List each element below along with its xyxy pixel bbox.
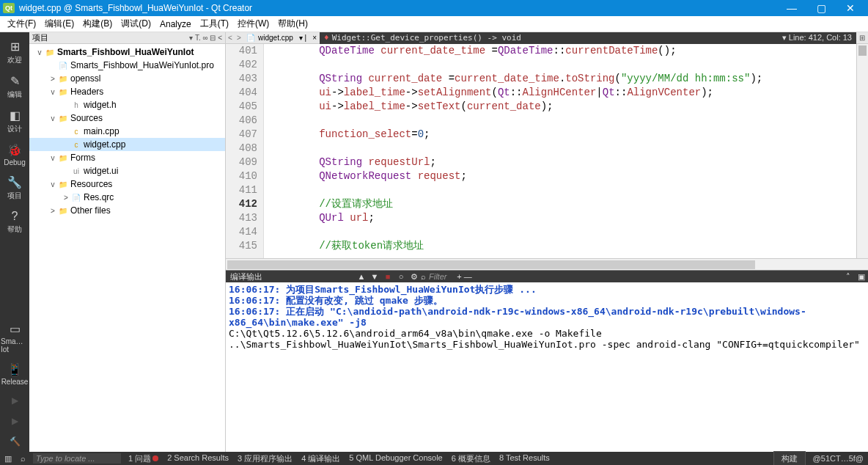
output-collapse-icon[interactable]: ˄ (842, 272, 855, 282)
open-file-tab[interactable]: 📄 widget.cpp (243, 34, 296, 42)
mode-button[interactable]: ?帮助 (1, 205, 29, 239)
tree-node[interactable]: v📁Headers (29, 85, 225, 98)
editor-vscrollbar[interactable] (856, 44, 868, 258)
output-settings-icon[interactable]: ⚙ (408, 272, 421, 282)
status-tab[interactable]: 5 QML Debugger Console (345, 453, 446, 464)
code-line[interactable]: QUrl url; (270, 211, 856, 225)
symbol-breadcrumb[interactable]: ♦ Widget::Get_device_properties() -> voi… (320, 32, 778, 44)
output-clear-icon[interactable]: ○ (394, 272, 408, 281)
tree-node[interactable]: cmain.cpp (29, 125, 225, 138)
tree-node[interactable]: uiwidget.ui (29, 164, 225, 177)
status-tab[interactable]: 6 概要信息 (447, 453, 495, 464)
maximize-button[interactable]: ▢ (806, 0, 836, 16)
code-line[interactable] (270, 114, 856, 128)
run-button[interactable]: ▶ (1, 390, 29, 411)
kit-selector[interactable]: ▭Sma…Iot (1, 318, 29, 358)
menu-item[interactable]: 文件(F) (3, 16, 40, 32)
mode-button[interactable]: ✎编辑 (1, 70, 29, 104)
mode-button[interactable]: 🐞Debug (1, 139, 29, 171)
code-text[interactable]: QDateTime current_date_time =QDateTime::… (264, 44, 856, 258)
code-line[interactable]: QNetworkRequest request; (270, 169, 856, 183)
mode-button[interactable]: 🔧项目 (1, 171, 29, 205)
debug-run-button[interactable]: ▶ (1, 411, 29, 431)
mode-button[interactable]: ⊞欢迎 (1, 35, 29, 70)
tree-expander-icon[interactable]: > (48, 75, 57, 83)
code-line[interactable]: ui->label_time->setAlignment(Qt::AlignHC… (270, 86, 856, 100)
code-line[interactable] (270, 225, 856, 239)
output-pane: 编译输出 ▲ ▼ ■ ○ ⚙ ⌕ Filter + — ˄ ▣ 16: (226, 270, 868, 452)
code-line[interactable]: QString current_date =current_date_time.… (270, 72, 856, 86)
editor-hscrollbar[interactable] (226, 258, 868, 270)
menu-item[interactable]: 工具(T) (196, 16, 233, 32)
output-stop-icon[interactable]: ■ (381, 272, 394, 281)
output-down-icon[interactable]: ▼ (368, 272, 381, 281)
status-toggle-icon[interactable]: ▥ (0, 454, 16, 464)
tree-node[interactable]: hwidget.h (29, 98, 225, 111)
project-tree[interactable]: v📁Smarts_Fishbowl_HuaWeiYunIot📄Smarts_Fi… (29, 44, 225, 452)
tree-node[interactable]: v📁Smarts_Fishbowl_HuaWeiYunIot (29, 45, 225, 59)
tab-close-icon[interactable]: × (309, 34, 320, 42)
tree-item-icon: 📁 (57, 180, 69, 188)
tree-item-label: Other files (70, 205, 111, 216)
status-tab[interactable]: 3 应用程序输出 (233, 453, 297, 464)
menu-item[interactable]: 调试(D) (117, 16, 155, 32)
close-button[interactable]: ✕ (836, 0, 865, 16)
menu-item[interactable]: Analyze (155, 18, 196, 31)
menu-item[interactable]: 构建(B) (78, 16, 117, 32)
tree-expander-icon[interactable]: > (48, 207, 57, 215)
project-panel-actions[interactable]: ▾ T. ∞ ⊟ < (189, 34, 222, 42)
output-zoom-buttons[interactable]: + — (449, 272, 479, 281)
tree-node[interactable]: v📁Resources (29, 177, 225, 191)
code-line[interactable]: QDateTime current_date_time =QDateTime::… (270, 44, 856, 58)
tree-node[interactable]: v📁Sources (29, 111, 225, 125)
output-filter[interactable]: ⌕ Filter (421, 272, 449, 281)
status-tab[interactable]: 1 问题 (124, 453, 163, 464)
code-line[interactable]: QString requestUrl; (270, 155, 856, 169)
code-line[interactable]: //设置请求地址 (270, 197, 856, 211)
tree-node[interactable]: >📄Res.qrc (29, 191, 225, 204)
tree-expander-icon[interactable]: v (48, 114, 57, 122)
tree-node[interactable]: 📄Smarts_Fishbowl_HuaWeiYunIot.pro (29, 59, 225, 72)
tree-expander-icon[interactable]: > (62, 194, 70, 202)
code-line[interactable] (270, 183, 856, 197)
vscroll-thumb[interactable] (858, 45, 867, 56)
line-col-indicator[interactable]: ▾ Line: 412, Col: 13 (778, 32, 856, 44)
code-line[interactable]: //获取token请求地址 (270, 239, 856, 253)
tree-node[interactable]: cwidget.cpp (29, 138, 225, 151)
editor-extra-icon[interactable]: ⊞ (856, 34, 868, 42)
menu-item[interactable]: 帮助(H) (273, 16, 312, 32)
output-up-icon[interactable]: ▲ (355, 272, 368, 281)
line-number: 404 (226, 86, 257, 100)
code-line[interactable] (270, 58, 856, 72)
menu-item[interactable]: 编辑(E) (40, 16, 78, 32)
tree-node[interactable]: v📁Forms (29, 151, 225, 164)
main-content: ⊞欢迎✎编辑◧设计🐞Debug🔧项目?帮助▭Sma…Iot📱Release▶▶🔨… (0, 32, 868, 452)
tree-expander-icon[interactable]: v (35, 48, 44, 56)
output-line: 16:06:17: 正在启动 "C:\andioid-path\android-… (229, 306, 865, 328)
code-line[interactable] (270, 142, 856, 155)
tree-node[interactable]: >📁openssl (29, 72, 225, 85)
hscroll-thumb[interactable] (227, 260, 755, 269)
nav-back-button[interactable]: < (226, 34, 235, 42)
output-close-icon[interactable]: ▣ (855, 272, 868, 282)
status-tab[interactable]: 2 Search Results (163, 453, 233, 464)
mode-button[interactable]: ◧设计 (1, 104, 29, 139)
tree-expander-icon[interactable]: v (48, 88, 57, 96)
tree-expander-icon[interactable]: v (48, 180, 57, 188)
kit-selector[interactable]: 📱Release (1, 358, 29, 390)
code-editor[interactable]: 4014024034044054064074084094104114124134… (226, 44, 868, 258)
split-close-icon[interactable]: ▾ | (296, 34, 309, 42)
output-text[interactable]: 16:06:17: 为项目Smarts_Fishbowl_HuaWeiYunIo… (226, 282, 868, 452)
status-tab[interactable]: 8 Test Results (495, 453, 554, 464)
build-button[interactable]: 构建 (773, 451, 806, 466)
tree-expander-icon[interactable]: v (48, 154, 57, 162)
status-tab[interactable]: 4 编译输出 (297, 453, 345, 464)
build-button-icon[interactable]: 🔨 (1, 431, 29, 452)
code-line[interactable]: ui->label_time->setText(current_date); (270, 100, 856, 114)
code-line[interactable]: function_select=0; (270, 128, 856, 142)
locator-input[interactable]: Type to locate ... (33, 453, 121, 464)
nav-fwd-button[interactable]: > (235, 34, 243, 42)
minimize-button[interactable]: — (777, 0, 806, 16)
menu-item[interactable]: 控件(W) (233, 16, 273, 32)
tree-node[interactable]: >📁Other files (29, 204, 225, 217)
